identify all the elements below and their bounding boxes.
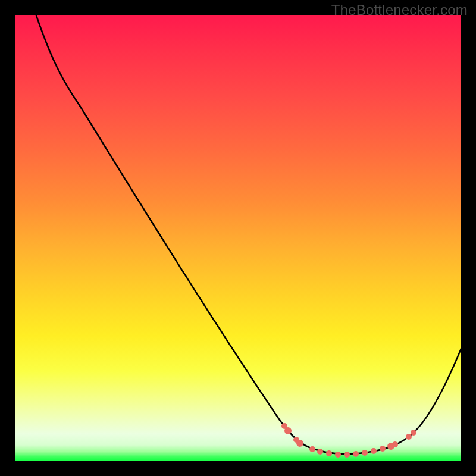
data-dot (326, 450, 332, 456)
data-dot (406, 434, 412, 440)
data-dot (344, 452, 350, 458)
data-dot (371, 448, 377, 454)
data-dot (296, 440, 303, 447)
plot-area (15, 15, 461, 461)
data-dot (317, 449, 323, 455)
bottleneck-curve (36, 15, 461, 454)
data-dot (309, 446, 315, 452)
data-dot (392, 441, 398, 447)
data-dot (411, 430, 416, 436)
curve-layer (15, 15, 461, 461)
data-dot (335, 452, 341, 458)
chart-frame: TheBottlenecker.com (0, 0, 476, 476)
data-dot (362, 450, 368, 456)
data-dot (353, 451, 359, 457)
data-dot (380, 446, 386, 452)
watermark-text: TheBottlenecker.com (331, 2, 468, 18)
data-dot (284, 427, 292, 434)
